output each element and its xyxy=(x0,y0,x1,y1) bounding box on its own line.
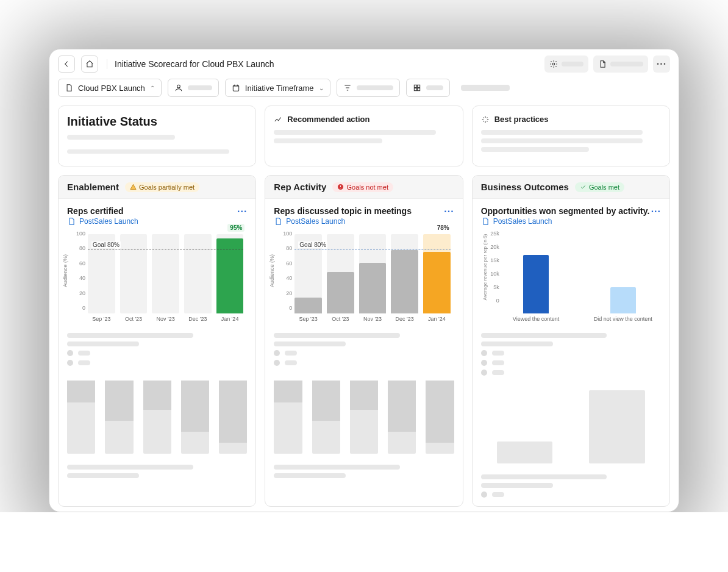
skeleton xyxy=(274,130,436,135)
grid-icon xyxy=(413,84,421,92)
user-filter[interactable] xyxy=(168,79,219,97)
initiative-picker[interactable]: Cloud PBX Launch ⌃ xyxy=(58,79,162,97)
opportunities-won-menu[interactable]: ··· xyxy=(651,206,661,217)
y-axis: 100 80 60 40 20 0 Audience (%) xyxy=(67,231,85,311)
svg-rect-3 xyxy=(414,85,416,87)
opportunities-won-card: Opportunities won segmented by activity.… xyxy=(473,199,669,328)
settings-button[interactable] xyxy=(544,55,588,73)
skeleton xyxy=(481,147,589,152)
reps-certified-title: Reps certified xyxy=(67,206,138,216)
skeleton xyxy=(188,85,212,90)
trend-icon xyxy=(274,115,282,124)
skeleton xyxy=(67,135,175,140)
more-button[interactable]: ··· xyxy=(653,55,670,73)
reps-certified-card: Reps certified PostSales Launch ··· 100 xyxy=(59,199,255,328)
rep-activity-title: Rep Activity xyxy=(274,182,326,192)
svg-point-0 xyxy=(552,63,555,65)
initiative-picker-label: Cloud PBX Launch xyxy=(78,84,145,93)
business-outcomes-title: Business Outcomes xyxy=(481,182,569,192)
reps-discussed-source-link[interactable]: PostSales Launch xyxy=(274,217,412,226)
skeleton xyxy=(562,62,583,66)
skeleton-block xyxy=(59,460,255,483)
reps-certified-value-label: 95% xyxy=(227,224,244,232)
ellipsis-icon: ··· xyxy=(657,59,666,70)
opportunities-won-source-link[interactable]: PostSales Launch xyxy=(481,217,650,226)
opportunities-won-chart: 25k 20k 15k 10k 5k 0 Average revenue per… xyxy=(481,231,661,322)
dashboard-body: Initiative Status Recommended action Bes… xyxy=(49,105,679,512)
calendar-icon xyxy=(232,84,240,92)
warning-icon xyxy=(130,184,137,190)
skeleton xyxy=(481,138,643,143)
skeleton-block xyxy=(473,328,669,384)
reps-discussed-source-label: PostSales Launch xyxy=(286,217,345,226)
goal-label: Goal 80% xyxy=(298,241,327,248)
document-icon xyxy=(598,60,607,68)
back-button[interactable] xyxy=(58,55,75,73)
skeleton xyxy=(274,138,382,143)
skeleton-chart xyxy=(265,374,462,460)
y-axis: 25k 20k 15k 10k 5k 0 Average revenue per… xyxy=(481,231,499,304)
recommended-action-title: Recommended action xyxy=(287,115,369,124)
skeleton xyxy=(426,85,443,90)
skeleton-block xyxy=(265,328,462,374)
svg-point-1 xyxy=(177,85,180,88)
business-outcomes-badge-label: Goals met xyxy=(589,184,619,191)
y-axis-label: Average revenue per rep (in $) xyxy=(482,234,488,301)
skeleton-block xyxy=(473,470,669,506)
best-practices-card: Best practices xyxy=(472,105,670,166)
svg-rect-5 xyxy=(414,88,416,91)
timeframe-picker[interactable]: Initiative Timeframe ⌄ xyxy=(225,79,330,97)
best-practices-title: Best practices xyxy=(494,115,549,124)
export-button[interactable] xyxy=(593,55,648,73)
check-icon xyxy=(580,184,587,190)
view-button[interactable] xyxy=(406,79,450,97)
document-icon xyxy=(481,217,490,226)
enablement-column: Enablement Goals partially met Reps cert… xyxy=(58,175,256,507)
enablement-badge-label: Goals partially met xyxy=(139,184,194,191)
page-title: Initiative Scorecard for Cloud PBX Launc… xyxy=(107,59,538,69)
enablement-header: Enablement Goals partially met xyxy=(59,176,255,199)
reps-discussed-menu[interactable]: ··· xyxy=(444,206,454,217)
skeleton-block xyxy=(265,460,462,483)
svg-rect-4 xyxy=(417,85,419,87)
opportunities-won-source-label: PostSales Launch xyxy=(493,217,552,226)
goal-line xyxy=(294,249,450,249)
columns-row: Enablement Goals partially met Reps cert… xyxy=(58,175,670,507)
topbar: Initiative Scorecard for Cloud PBX Launc… xyxy=(49,49,679,79)
reps-certified-menu[interactable]: ··· xyxy=(237,206,247,217)
reps-discussed-card: Reps discussed topic in meetings PostSal… xyxy=(265,199,462,328)
app-frame: Initiative Scorecard for Cloud PBX Launc… xyxy=(49,49,679,512)
reps-certified-source-label: PostSales Launch xyxy=(79,217,138,226)
rep-activity-status-badge: Goals not met xyxy=(332,182,393,192)
business-outcomes-header: Business Outcomes Goals met xyxy=(473,176,669,199)
skeleton xyxy=(357,85,393,90)
document-icon xyxy=(274,217,282,226)
skeleton xyxy=(610,62,643,66)
rep-activity-header: Rep Activity Goals not met xyxy=(265,176,462,199)
filter-button[interactable] xyxy=(337,79,400,97)
y-axis-label: Audience (%) xyxy=(269,254,275,287)
document-icon xyxy=(67,217,76,226)
home-icon xyxy=(85,60,94,68)
timeframe-picker-label: Initiative Timeframe xyxy=(245,84,314,93)
skeleton-chart xyxy=(59,374,255,460)
home-button[interactable] xyxy=(81,55,98,73)
svg-rect-2 xyxy=(233,85,238,91)
arrow-left-icon xyxy=(62,60,71,68)
skeleton-chart xyxy=(473,384,669,470)
user-icon xyxy=(174,84,183,92)
skeleton-block xyxy=(59,328,255,374)
filter-bar: Cloud PBX Launch ⌃ Initiative Timeframe … xyxy=(49,79,679,105)
y-axis: 100 80 60 40 20 0 Audience (%) xyxy=(274,231,292,311)
reps-discussed-value-label: 78% xyxy=(435,224,452,232)
skeleton xyxy=(461,85,510,91)
error-icon xyxy=(337,184,344,190)
business-outcomes-status-badge: Goals met xyxy=(575,182,624,192)
reps-certified-source-link[interactable]: PostSales Launch xyxy=(67,217,138,226)
enablement-title: Enablement xyxy=(67,182,119,192)
summary-row: Initiative Status Recommended action Bes… xyxy=(58,105,670,166)
document-icon xyxy=(65,84,73,92)
chevron-up-icon: ⌃ xyxy=(150,85,155,91)
initiative-status-title: Initiative Status xyxy=(67,115,247,129)
opportunities-won-title: Opportunities won segmented by activity. xyxy=(481,206,650,216)
